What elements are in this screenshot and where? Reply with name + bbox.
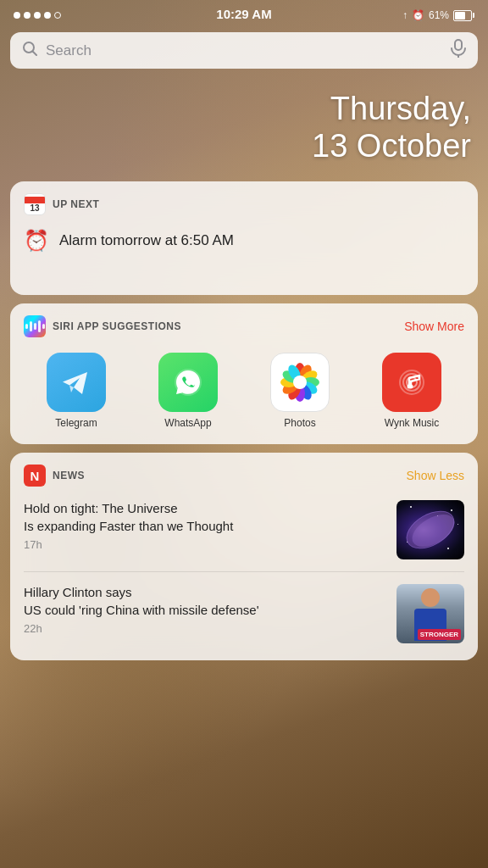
- news-time-2: 22h: [24, 622, 388, 635]
- news-headline-2: Hillary Clinton saysUS could 'ring China…: [24, 584, 388, 619]
- search-icon: [22, 41, 37, 60]
- date-line2: 13 October: [17, 128, 471, 165]
- whatsapp-app-icon: [158, 353, 218, 412]
- svg-point-19: [293, 376, 307, 389]
- wynk-app-icon: [382, 353, 441, 412]
- calendar-icon: 13: [24, 193, 46, 215]
- status-right-icons: ↑ ⏰ 61%: [402, 9, 474, 21]
- battery-percent: 61%: [429, 9, 449, 21]
- show-more-button[interactable]: Show More: [404, 320, 464, 333]
- siri-suggestions-title: SIRI APP SUGGESTIONS: [53, 320, 181, 332]
- signal-dot-3: [34, 12, 41, 19]
- app-suggestions-grid: Telegram WhatsApp: [24, 346, 464, 432]
- alarm-text: Alarm tomorrow at 6:50 AM: [59, 232, 234, 249]
- news-item-2[interactable]: Hillary Clinton saysUS could 'ring China…: [24, 579, 464, 648]
- news-time-1: 17h: [24, 538, 388, 551]
- siri-icon: [24, 315, 46, 337]
- date-line1: Thursday,: [17, 91, 471, 128]
- photos-app-icon: [270, 353, 330, 412]
- news-item-1[interactable]: Hold on tight: The UniverseIs expanding …: [24, 495, 464, 565]
- svg-point-4: [57, 363, 96, 402]
- up-next-title: UP NEXT: [53, 198, 99, 210]
- news-app-icon: N: [24, 465, 46, 487]
- search-bar[interactable]: Search: [10, 32, 478, 69]
- wynk-app-label: Wynk Music: [385, 417, 440, 429]
- signal-dot-5: [54, 12, 61, 19]
- siri-header: SIRI APP SUGGESTIONS Show More: [24, 315, 464, 337]
- news-widget: N NEWS Show Less Hold on tight: The Univ…: [10, 453, 478, 660]
- alarm-status-icon: ⏰: [412, 9, 424, 21]
- news-title: NEWS: [53, 470, 85, 481]
- signal-indicators: [14, 12, 61, 19]
- microphone-icon[interactable]: [451, 39, 466, 62]
- location-icon: ↑: [402, 9, 408, 21]
- status-bar: 10:29 AM ↑ ⏰ 61%: [0, 0, 488, 27]
- telegram-app-label: Telegram: [55, 417, 97, 429]
- svg-rect-2: [455, 40, 462, 50]
- news-text-2: Hillary Clinton saysUS could 'ring China…: [24, 584, 388, 635]
- signal-dot-2: [24, 12, 30, 19]
- svg-point-24: [409, 385, 413, 389]
- news-text-1: Hold on tight: The UniverseIs expanding …: [24, 500, 388, 551]
- up-next-header: 13 UP NEXT: [24, 193, 464, 215]
- signal-dot-4: [44, 12, 51, 19]
- up-next-widget: 13 UP NEXT ⏰ Alarm tomorrow at 6:50 AM: [10, 181, 478, 295]
- signal-dot-1: [14, 12, 20, 19]
- telegram-app-icon: [47, 353, 106, 412]
- svg-line-1: [33, 52, 37, 56]
- app-item-telegram[interactable]: Telegram: [24, 353, 129, 429]
- photos-app-label: Photos: [284, 417, 315, 429]
- alarm-row: ⏰ Alarm tomorrow at 6:50 AM: [24, 224, 464, 258]
- battery-icon: [453, 10, 474, 21]
- status-time: 10:29 AM: [216, 7, 271, 21]
- siri-suggestions-widget: SIRI APP SUGGESTIONS Show More Telegram: [10, 303, 478, 444]
- search-placeholder: Search: [46, 42, 442, 59]
- date-section: Thursday, 13 October: [0, 77, 488, 181]
- whatsapp-app-label: WhatsApp: [164, 417, 211, 429]
- app-item-wynk[interactable]: Wynk Music: [359, 353, 464, 429]
- alarm-clock-icon: ⏰: [24, 229, 49, 253]
- news-divider: [24, 571, 464, 572]
- news-thumbnail-1: [396, 500, 464, 559]
- app-item-whatsapp[interactable]: WhatsApp: [136, 353, 241, 429]
- app-item-photos[interactable]: Photos: [247, 353, 352, 429]
- show-less-button[interactable]: Show Less: [407, 469, 464, 482]
- news-header: N NEWS Show Less: [24, 465, 464, 487]
- news-thumbnail-2: STRONGER: [396, 584, 464, 643]
- news-headline-1: Hold on tight: The UniverseIs expanding …: [24, 500, 388, 535]
